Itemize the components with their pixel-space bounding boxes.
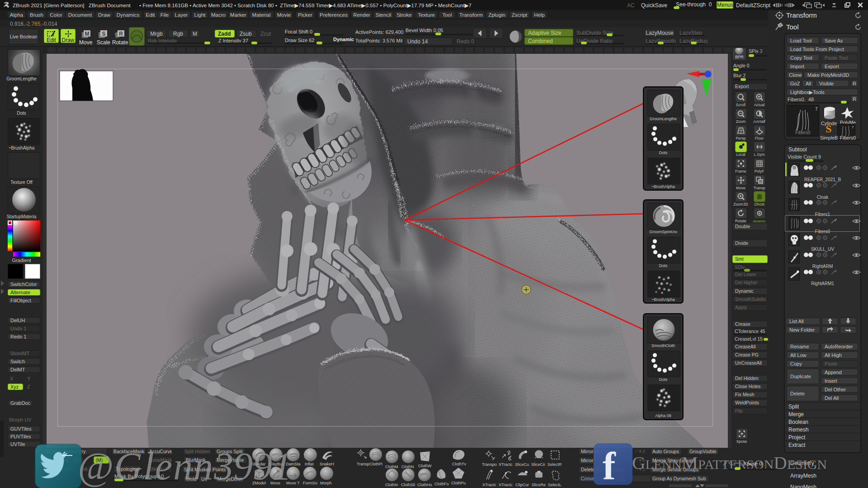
svg-text:7: 7 <box>815 107 818 112</box>
svg-text:Fibers0: Fibers0 <box>795 130 811 135</box>
svg-text:BPR: BPR <box>735 55 744 59</box>
svg-text:S: S <box>826 123 831 135</box>
svg-text:M: M <box>85 31 90 37</box>
svg-text:7: 7 <box>852 125 854 129</box>
svg-text:S: S <box>102 31 105 37</box>
svg-text:R: R <box>119 31 123 37</box>
